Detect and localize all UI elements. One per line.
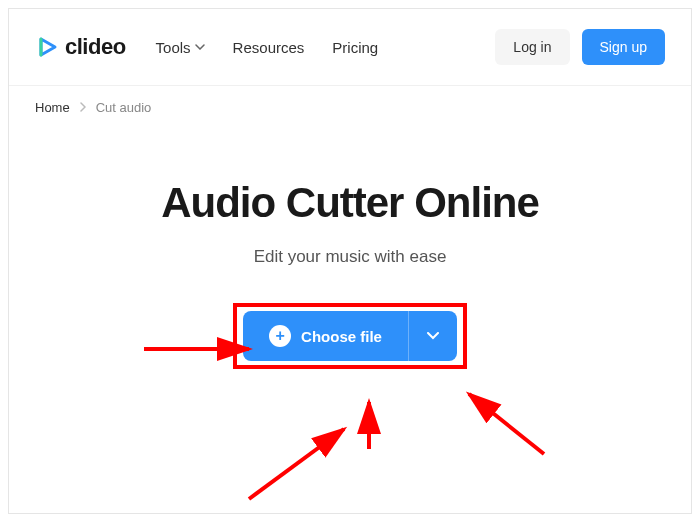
chevron-down-icon [427,332,439,340]
nav-pricing-label: Pricing [332,39,378,56]
chevron-right-icon [80,100,86,115]
choose-file-button[interactable]: + Choose file [243,311,408,361]
auth-buttons: Log in Sign up [495,29,665,65]
play-triangle-icon [35,35,59,59]
login-button[interactable]: Log in [495,29,569,65]
choose-file-dropdown[interactable] [408,311,457,361]
brand-name: clideo [65,34,126,60]
svg-line-3 [469,394,544,454]
header: clideo Tools Resources Pricing Log in Si… [9,9,691,86]
breadcrumb: Home Cut audio [9,86,691,129]
nav-resources[interactable]: Resources [233,39,305,56]
logo[interactable]: clideo [35,34,126,60]
nav-pricing[interactable]: Pricing [332,39,378,56]
svg-line-1 [249,429,344,499]
annotation-arrow [339,394,399,454]
choose-file-container: + Choose file [243,311,457,361]
annotation-arrow [454,384,554,464]
nav: Tools Resources Pricing [156,39,496,56]
nav-resources-label: Resources [233,39,305,56]
chevron-down-icon [195,44,205,50]
choose-file-label: Choose file [301,328,382,345]
annotation-arrow [239,419,359,509]
nav-tools-label: Tools [156,39,191,56]
breadcrumb-home[interactable]: Home [35,100,70,115]
breadcrumb-current: Cut audio [96,100,152,115]
plus-icon: + [269,325,291,347]
page-subtitle: Edit your music with ease [9,247,691,267]
page-title: Audio Cutter Online [9,179,691,227]
nav-tools[interactable]: Tools [156,39,205,56]
main-content: Audio Cutter Online Edit your music with… [9,129,691,361]
signup-button[interactable]: Sign up [582,29,665,65]
